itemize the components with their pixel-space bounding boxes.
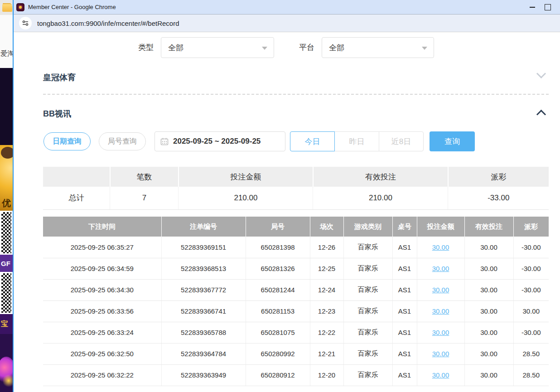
- header-bet-time: 下注时间: [43, 217, 161, 237]
- cell-table-number: AS1: [392, 258, 417, 279]
- cell-bet-id: 522839369151: [161, 237, 246, 258]
- cell-valid-bet: 30.00: [464, 237, 513, 258]
- coin-graphic-detail: [1, 147, 13, 159]
- gold-graphic: [3, 374, 13, 387]
- table-row: 2025-09-25 06:32:22 522839363949 6502809…: [43, 364, 549, 386]
- table-row: 2025-09-25 06:34:59 522839368513 6502813…: [43, 258, 549, 279]
- last-8-days-button[interactable]: 近8日: [379, 131, 424, 151]
- type-filter-label: 类型: [138, 37, 154, 58]
- section-title-sports[interactable]: 皇冠体育: [43, 72, 76, 83]
- bet-amount-link[interactable]: 30.00: [432, 371, 449, 379]
- cell-payout: 28.50: [513, 364, 549, 386]
- maximize-button[interactable]: [540, 1, 555, 14]
- bet-amount-link[interactable]: 30.00: [432, 286, 449, 294]
- header-valid-bet: 有效投注: [464, 217, 513, 237]
- platform-select[interactable]: 全部: [322, 37, 434, 58]
- cell-bet-time: 2025-09-25 06:35:27: [43, 237, 161, 258]
- bet-amount-link[interactable]: 30.00: [432, 265, 449, 272]
- cell-bet-id: 522839367772: [161, 279, 246, 300]
- section-title-bb[interactable]: BB视讯: [43, 108, 71, 119]
- cell-bet-time: 2025-09-25 06:34:30: [43, 279, 161, 300]
- date-range-value: 2025-09-25 ~ 2025-09-25: [173, 137, 261, 146]
- bet-record-table: 下注时间 注单编号 局号 场次 游戏类别 桌号 投注金额 有效投注 派彩 202…: [43, 217, 549, 386]
- desktop-partial-text: 爱淘: [0, 49, 13, 58]
- header-game-type: 游戏类别: [343, 217, 392, 237]
- url-text[interactable]: tongbao31.com:9900/infe/mcenter/#/betRec…: [37, 19, 179, 27]
- calendar-icon: [160, 137, 169, 145]
- cell-payout: -30.00: [513, 258, 549, 279]
- summary-header-count: 笔数: [110, 167, 179, 187]
- section-divider: [43, 94, 549, 95]
- cell-game-type: 百家乐: [343, 258, 392, 279]
- window-titlebar: Member Center - Google Chrome: [14, 0, 560, 15]
- summary-header-bet-amount: 投注金额: [179, 167, 313, 187]
- cell-round-number: 650281244: [246, 279, 310, 300]
- cell-table-number: AS1: [392, 364, 417, 386]
- table-row: 2025-09-25 06:33:24 522839365788 6502810…: [43, 322, 549, 343]
- cell-round-number: 650280912: [246, 364, 310, 386]
- qr-code-top: [0, 211, 13, 255]
- date-range-input[interactable]: 2025-09-25 ~ 2025-09-25: [154, 131, 285, 151]
- desktop-gold-text: 优: [2, 197, 11, 209]
- type-select[interactable]: 全部: [161, 37, 274, 58]
- round-query-tab[interactable]: 局号查询: [99, 132, 146, 150]
- cell-payout: -30.00: [513, 322, 549, 343]
- query-toolbar: 日期查询 局号查询 2025-09-25 ~ 2025-09-25 今日: [14, 131, 560, 151]
- header-session: 场次: [310, 217, 343, 237]
- bet-amount-link[interactable]: 30.00: [432, 350, 449, 358]
- bet-amount-link[interactable]: 30.00: [432, 307, 449, 315]
- summary-bet-amount: 210.00: [179, 187, 313, 209]
- date-query-tab[interactable]: 日期查询: [43, 132, 91, 150]
- cell-game-type: 百家乐: [343, 237, 392, 258]
- search-button[interactable]: 查询: [430, 131, 475, 151]
- summary-header-row: 笔数 投注金额 有效投注 派彩: [43, 167, 549, 187]
- yesterday-button[interactable]: 昨日: [334, 131, 379, 151]
- cell-game-type: 百家乐: [343, 322, 392, 343]
- chevron-down-icon: [422, 47, 427, 50]
- cell-bet-time: 2025-09-25 06:32:22: [43, 364, 161, 386]
- cell-game-type: 百家乐: [343, 279, 392, 300]
- header-payout: 派彩: [513, 217, 549, 237]
- cell-payout: 30.00: [513, 300, 549, 322]
- cell-session: 12-20: [310, 364, 343, 386]
- folder-icon: [2, 4, 12, 12]
- cell-bet-amount: 30.00: [417, 343, 464, 364]
- cell-bet-time: 2025-09-25 06:33:56: [43, 300, 161, 322]
- cell-payout: -30.00: [513, 237, 549, 258]
- maximize-icon: [545, 4, 551, 10]
- header-table-number: 桌号: [392, 217, 417, 237]
- today-button[interactable]: 今日: [290, 131, 335, 151]
- summary-header-blank: [43, 167, 110, 187]
- cell-bet-time: 2025-09-25 06:34:59: [43, 258, 161, 279]
- desktop-background: 爱淘 优 GF 宝: [0, 0, 13, 392]
- summary-header-payout: 派彩: [448, 167, 549, 187]
- summary-valid-bet: 210.00: [313, 187, 448, 209]
- site-settings-button[interactable]: [19, 17, 32, 29]
- cell-valid-bet: 30.00: [464, 300, 513, 322]
- cell-bet-id: 522839363949: [161, 364, 246, 386]
- summary-header-valid-bet: 有效投注: [313, 167, 448, 187]
- cell-bet-id: 522839365788: [161, 322, 246, 343]
- cell-session: 12-23: [310, 300, 343, 322]
- minimize-button[interactable]: [525, 1, 540, 14]
- cell-round-number: 650281075: [246, 322, 310, 343]
- quick-date-group: 今日 昨日 近8日: [290, 131, 424, 151]
- cell-bet-time: 2025-09-25 06:32:50: [43, 343, 161, 364]
- cell-bet-time: 2025-09-25 06:33:24: [43, 322, 161, 343]
- cell-payout: -30.00: [513, 279, 549, 300]
- chevron-up-icon[interactable]: [536, 110, 546, 119]
- cell-valid-bet: 30.00: [464, 258, 513, 279]
- summary-total-row: 总计 7 210.00 210.00 -33.00: [43, 187, 549, 209]
- header-round-number: 局号: [246, 217, 310, 237]
- bet-amount-link[interactable]: 30.00: [432, 243, 449, 251]
- cell-bet-amount: 30.00: [417, 237, 464, 258]
- summary-count: 7: [110, 187, 179, 209]
- cell-table-number: AS1: [392, 237, 417, 258]
- platform-filter-label: 平台: [299, 37, 314, 58]
- chevron-down-icon[interactable]: [536, 69, 546, 78]
- cell-valid-bet: 30.00: [464, 322, 513, 343]
- cell-valid-bet: 30.00: [464, 364, 513, 386]
- bet-amount-link[interactable]: 30.00: [432, 329, 449, 336]
- platform-select-value: 全部: [329, 43, 344, 53]
- detail-header-row: 下注时间 注单编号 局号 场次 游戏类别 桌号 投注金额 有效投注 派彩: [43, 217, 549, 237]
